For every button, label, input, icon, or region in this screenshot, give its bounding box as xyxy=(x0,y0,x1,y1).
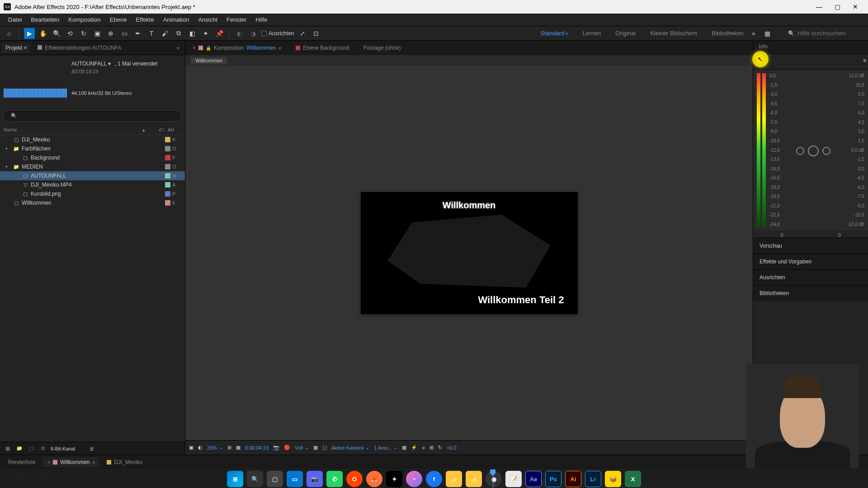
fast-preview-icon[interactable]: ⚡ xyxy=(411,445,417,450)
taskbar-app[interactable]: X xyxy=(625,471,641,487)
taskbar-app[interactable]: ~ xyxy=(406,471,422,487)
taskbar-app[interactable]: ▭ xyxy=(287,471,303,487)
level-knob-right[interactable] xyxy=(822,147,830,155)
menu-bearbeiten[interactable]: Bearbeiten xyxy=(26,14,64,25)
workspace-lernen[interactable]: Lernen xyxy=(581,28,603,38)
brush-tool[interactable]: 🖌 xyxy=(160,28,170,39)
menu-ansicht[interactable]: Ansicht xyxy=(193,14,222,25)
flowchart-crumb[interactable]: Willkommen xyxy=(191,57,227,64)
playhead[interactable] xyxy=(493,469,493,488)
home-icon[interactable]: ⌂ xyxy=(4,28,14,39)
maximize-button[interactable]: ▢ xyxy=(833,2,842,11)
taskbar-app[interactable]: ⊞ xyxy=(227,471,243,487)
workspace-bibliotheken[interactable]: Bibliotheken xyxy=(710,28,745,38)
pen-tool[interactable]: ✒ xyxy=(132,28,143,39)
snapshot-icon[interactable]: 📷 xyxy=(273,445,279,450)
taskbar-app[interactable]: 📁 xyxy=(446,471,462,487)
tree-item-kursbild-png[interactable]: ▢Kursbild.pngP xyxy=(0,189,185,198)
taskbar-app[interactable]: 🦊 xyxy=(366,471,382,487)
header-name[interactable]: Name xyxy=(4,127,142,133)
tree-item-medien[interactable]: ▾📁MEDIENO xyxy=(0,162,185,171)
channel-icon[interactable]: 🔴 xyxy=(284,445,290,450)
tree-item-dji-mexiko[interactable]: ▢DJI_MexikoK xyxy=(0,135,185,144)
transparency-grid-icon[interactable]: ▦ xyxy=(313,445,318,450)
menu-ebene[interactable]: Ebene xyxy=(105,14,132,25)
close-button[interactable]: ✕ xyxy=(851,2,860,11)
new-comp-icon[interactable]: ▢ xyxy=(27,445,35,453)
region-icon[interactable]: ▢ xyxy=(322,445,327,450)
taskbar-app[interactable]: 🔍 xyxy=(247,471,263,487)
hand-tool[interactable]: ✋ xyxy=(38,28,48,39)
footage-tab[interactable]: Footage (ohne) xyxy=(360,43,404,53)
taskbar-app[interactable]: Lr xyxy=(585,471,601,487)
workspace-standard[interactable]: Standard ≡ xyxy=(538,28,570,38)
text-tool[interactable]: T xyxy=(146,28,157,39)
orbit-tool[interactable]: ⟲ xyxy=(65,28,75,39)
align-checkbox[interactable] xyxy=(261,31,267,36)
shape-tool[interactable]: ▭ xyxy=(119,28,130,39)
comp-flow-icon[interactable]: ⊞ xyxy=(429,445,434,450)
panel-vorschau[interactable]: Vorschau xyxy=(753,238,868,253)
panel-ausrichten[interactable]: Ausrichten xyxy=(753,269,868,285)
timeline-icon[interactable]: ≡ xyxy=(422,445,425,450)
trash-icon[interactable]: 🗑 xyxy=(88,445,96,453)
minimize-button[interactable]: — xyxy=(815,2,824,11)
asset-name-dropdown[interactable]: AUTOUNFALL ▾ xyxy=(71,61,111,67)
tree-item-autounfall[interactable]: ▢AUTOUNFALLM xyxy=(0,171,185,180)
toggle-alpha-icon[interactable]: ◐ xyxy=(198,445,203,450)
taskbar-app[interactable]: Ai xyxy=(565,471,581,487)
camera-tool[interactable]: ▣ xyxy=(92,28,103,39)
workspace-overflow-icon[interactable]: » xyxy=(748,28,759,39)
rotate-tool[interactable]: ↻ xyxy=(78,28,89,39)
level-knob-left[interactable] xyxy=(796,147,804,155)
tree-item-background[interactable]: ▢BackgroundF xyxy=(0,153,185,162)
workspace-kleiner-bildschirm[interactable]: Kleiner Bildschirm xyxy=(648,28,699,38)
reset-exposure-icon[interactable]: ↻ xyxy=(438,445,442,450)
snapping-icon-2[interactable]: ⊡ xyxy=(311,28,321,39)
eraser-tool[interactable]: ◧ xyxy=(187,28,198,39)
clone-tool[interactable]: ⧉ xyxy=(173,28,184,39)
taskbar-app[interactable]: O xyxy=(346,471,363,487)
menu-fenster[interactable]: Fenster xyxy=(222,14,251,25)
tree-item-farbfl-chen[interactable]: ▾📁FarbflächenO xyxy=(0,144,185,153)
taskbar-app[interactable]: ▢ xyxy=(267,471,283,487)
info-panel-tab[interactable]: Info xyxy=(753,41,868,53)
panel-bibliotheken[interactable]: Bibliotheken xyxy=(753,285,868,301)
taskbar-app[interactable]: 📷 xyxy=(307,471,323,487)
menu-datei[interactable]: Datei xyxy=(4,14,26,25)
header-art[interactable]: Art xyxy=(168,127,181,133)
snapping-icon[interactable]: ⤢ xyxy=(297,28,308,39)
camera-dropdown[interactable]: Aktive Kamera ⌄ xyxy=(331,445,370,450)
tool-option-1[interactable]: ◐ xyxy=(234,28,245,39)
zoom-dropdown[interactable]: 25% ⌄ xyxy=(207,445,223,450)
project-tab[interactable]: Projekt≡ xyxy=(2,43,30,53)
tool-option-2[interactable]: ◑ xyxy=(248,28,259,39)
comp-tab-willkommen[interactable]: × 🔒 Komposition Willkommen ≡ xyxy=(189,43,285,53)
color-depth[interactable]: 8-Bit-Kanal xyxy=(51,446,75,451)
effect-controls-tab[interactable]: Effekteinstellungen AUTOUNFA » xyxy=(34,43,183,53)
taskbar-app[interactable]: f xyxy=(426,471,442,487)
menu-komposition[interactable]: Komposition xyxy=(64,14,105,25)
layer-tab-background[interactable]: Ebene Background xyxy=(292,43,353,53)
quality-dropdown[interactable]: Voll ⌄ xyxy=(295,445,309,450)
project-search-input[interactable] xyxy=(4,110,181,122)
workspace-original[interactable]: Original xyxy=(613,28,637,38)
zoom-tool[interactable]: 🔍 xyxy=(51,28,62,39)
label-column-icon[interactable]: 🏷 xyxy=(159,127,168,133)
timecode-display[interactable]: 0:00:04:23 xyxy=(245,445,269,450)
settings-icon[interactable]: ⚙ xyxy=(39,445,47,453)
taskbar-app[interactable]: 📦 xyxy=(605,471,621,487)
selection-tool[interactable]: ▶ xyxy=(24,28,35,39)
pixel-aspect-icon[interactable]: ▦ xyxy=(402,445,406,450)
interpret-footage-icon[interactable]: ▦ xyxy=(4,445,12,453)
views-dropdown[interactable]: 1 Ansi... ⌄ xyxy=(374,445,397,450)
taskbar-app[interactable]: Ps xyxy=(545,471,561,487)
roto-tool[interactable]: ✦ xyxy=(200,28,211,39)
grid-icon[interactable]: ▦ xyxy=(236,445,241,450)
level-knob-center[interactable] xyxy=(808,145,819,156)
sort-indicator-icon[interactable]: ▴ xyxy=(142,127,145,133)
resolution-icon[interactable]: ⊞ xyxy=(227,445,231,450)
taskbar-app[interactable]: ✆ xyxy=(326,471,343,487)
timeline-tab-dji[interactable]: DJI_Mexiko xyxy=(102,457,147,467)
taskbar-app[interactable]: ✦ xyxy=(386,471,402,487)
